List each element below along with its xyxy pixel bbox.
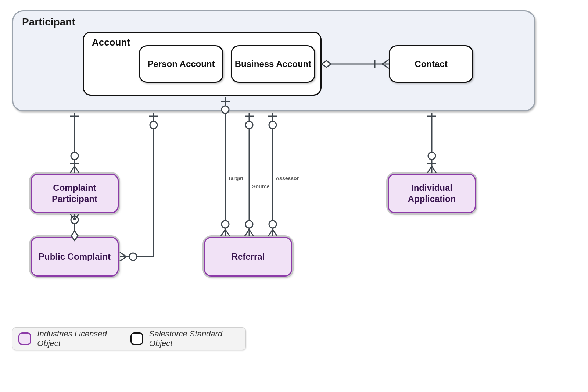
entity-public-complaint: Public Complaint bbox=[31, 237, 119, 277]
svg-line-22 bbox=[120, 252, 126, 257]
entity-business-account: Business Account bbox=[231, 45, 315, 83]
svg-point-34 bbox=[245, 121, 253, 129]
svg-point-14 bbox=[71, 216, 78, 224]
rel-account-referral-target: Target bbox=[221, 97, 243, 236]
svg-point-21 bbox=[129, 253, 137, 260]
legend-label-licensed: Industries Licensed Object bbox=[37, 329, 124, 348]
entity-individual-application: Individual Application bbox=[388, 174, 476, 213]
entity-person-account: Person Account bbox=[139, 45, 223, 83]
participant-label: Participant bbox=[22, 16, 75, 28]
svg-line-11 bbox=[75, 166, 79, 173]
svg-line-29 bbox=[221, 229, 225, 236]
svg-line-36 bbox=[245, 229, 249, 236]
svg-line-52 bbox=[432, 166, 436, 173]
svg-line-24 bbox=[120, 257, 126, 261]
svg-line-15 bbox=[70, 214, 75, 220]
account-label: Account bbox=[92, 37, 130, 48]
svg-point-35 bbox=[245, 221, 253, 228]
svg-line-45 bbox=[273, 229, 277, 236]
svg-point-28 bbox=[222, 221, 229, 228]
svg-line-50 bbox=[427, 166, 432, 173]
svg-line-43 bbox=[268, 229, 273, 236]
svg-point-8 bbox=[71, 152, 78, 160]
erd-canvas: Participant Account Person Account Busin… bbox=[0, 0, 588, 392]
entity-complaint-participant: Complaint Participant bbox=[31, 174, 119, 213]
svg-line-17 bbox=[75, 214, 79, 220]
rel-label-assessor: Assessor bbox=[276, 175, 299, 181]
rel-participant-complaintparticipant bbox=[70, 113, 79, 173]
svg-line-31 bbox=[225, 229, 230, 236]
svg-point-48 bbox=[428, 152, 435, 160]
rel-participant-individualapplication bbox=[427, 113, 436, 173]
svg-point-42 bbox=[269, 221, 276, 228]
entity-contact: Contact bbox=[389, 45, 473, 83]
legend-swatch-licensed bbox=[18, 332, 31, 345]
svg-point-20 bbox=[150, 121, 157, 129]
entity-referral: Referral bbox=[204, 237, 292, 277]
svg-line-38 bbox=[249, 229, 254, 236]
rel-participant-publiccomplaint bbox=[120, 113, 158, 261]
rel-label-target: Target bbox=[228, 175, 243, 181]
legend-swatch-standard bbox=[130, 332, 143, 345]
legend-label-standard: Salesforce Standard Object bbox=[149, 329, 240, 348]
legend: Industries Licensed Object Salesforce St… bbox=[12, 327, 246, 350]
rel-participant-referral-assessor: Assessor bbox=[268, 113, 299, 236]
rel-label-source: Source bbox=[252, 183, 270, 189]
rel-participant-referral-source: Source bbox=[245, 113, 270, 236]
svg-point-41 bbox=[269, 121, 276, 129]
svg-line-9 bbox=[70, 166, 75, 173]
